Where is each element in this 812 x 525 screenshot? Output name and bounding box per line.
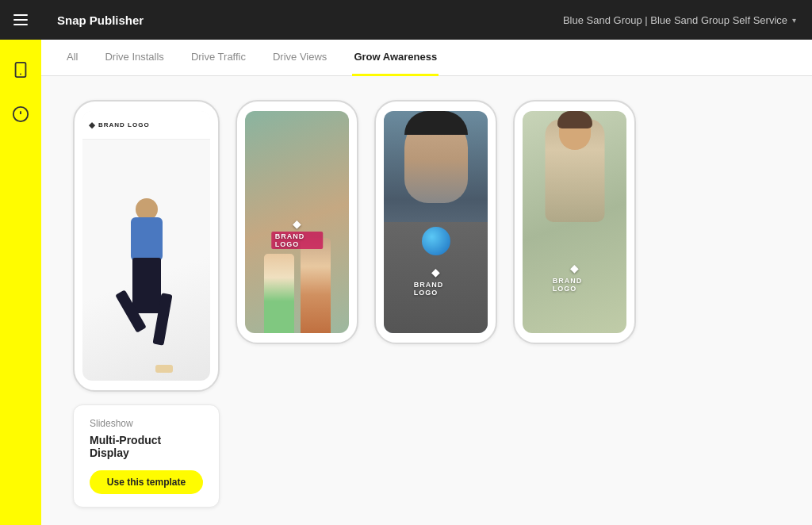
brand-label-3: BRAND LOGO bbox=[410, 280, 462, 297]
hamburger-icon[interactable] bbox=[13, 14, 28, 25]
template-gallery: ◆ BRAND LOGO bbox=[73, 100, 780, 508]
screen-bg-4: ◆ BRAND LOGO bbox=[523, 111, 626, 333]
sidebar bbox=[0, 0, 41, 525]
tab-drive-views[interactable]: Drive Views bbox=[271, 40, 328, 76]
brand-topbar-1: ◆ BRAND LOGO bbox=[82, 111, 210, 140]
phone-nav-icon[interactable] bbox=[6, 56, 35, 84]
template-type: Slideshow bbox=[90, 418, 203, 429]
brand-label-4: BRAND LOGO bbox=[549, 276, 601, 293]
blue-ball-3 bbox=[422, 227, 450, 255]
phone-mockup-3[interactable]: ◆ BRAND LOGO bbox=[374, 100, 497, 344]
hair-3 bbox=[404, 111, 468, 135]
screen-bg-1: ◆ BRAND LOGO bbox=[82, 111, 210, 381]
figures-2 bbox=[264, 238, 331, 333]
help-nav-icon[interactable] bbox=[6, 100, 35, 128]
topbar: Snap Publisher Blue Sand Group | Blue Sa… bbox=[41, 0, 812, 40]
tab-drive-installs[interactable]: Drive Installs bbox=[103, 40, 165, 76]
account-label: Blue Sand Group | Blue Sand Group Self S… bbox=[563, 14, 787, 26]
nav-tabs: All Drive Installs Drive Traffic Drive V… bbox=[41, 40, 812, 76]
tab-all[interactable]: All bbox=[65, 40, 79, 76]
phone-screen-2: ◆ BRAND LOGO bbox=[245, 111, 349, 333]
tab-grow-awareness[interactable]: Grow Awareness bbox=[352, 40, 439, 76]
brand-text-1: BRAND LOGO bbox=[98, 121, 150, 128]
phone-mockup-1[interactable]: ◆ BRAND LOGO bbox=[73, 100, 220, 392]
use-template-button[interactable]: Use this template bbox=[90, 470, 203, 494]
main-content: Snap Publisher Blue Sand Group | Blue Sa… bbox=[41, 0, 812, 525]
account-selector[interactable]: Blue Sand Group | Blue Sand Group Self S… bbox=[563, 14, 796, 26]
diamond-icon-3: ◆ bbox=[431, 266, 440, 278]
figure-right bbox=[301, 238, 331, 333]
diamond-icon-4: ◆ bbox=[570, 262, 579, 274]
content-area: ◆ BRAND LOGO bbox=[41, 76, 812, 525]
figure-left bbox=[264, 254, 294, 333]
pants-shape bbox=[132, 258, 161, 313]
tab-drive-traffic[interactable]: Drive Traffic bbox=[190, 40, 247, 76]
sidebar-header bbox=[0, 0, 41, 40]
body-shape bbox=[131, 217, 163, 261]
info-card-slideshow: Slideshow Multi-Product Display Use this… bbox=[73, 404, 220, 508]
brand-overlay-2: ◆ BRAND LOGO bbox=[271, 217, 324, 249]
brand-overlay-4: ◆ BRAND LOGO bbox=[549, 262, 601, 293]
sidebar-icons bbox=[6, 40, 35, 128]
brand-overlay-3: ◆ BRAND LOGO bbox=[410, 266, 462, 297]
brand-label-2: BRAND LOGO bbox=[271, 232, 324, 249]
first-template-col: ◆ BRAND LOGO bbox=[73, 100, 220, 508]
chevron-down-icon: ▾ bbox=[792, 16, 796, 25]
shoe-shape bbox=[155, 365, 173, 373]
phone-screen-3: ◆ BRAND LOGO bbox=[384, 111, 488, 333]
person-art-1 bbox=[119, 198, 174, 373]
template-info-card: Slideshow Multi-Product Display Use this… bbox=[73, 404, 220, 508]
screen-bg-3: ◆ BRAND LOGO bbox=[384, 111, 488, 333]
hair-4 bbox=[557, 111, 592, 128]
diamond-icon-2: ◆ bbox=[293, 217, 301, 230]
template-name: Multi-Product Display bbox=[90, 434, 203, 459]
app-title: Snap Publisher bbox=[57, 13, 144, 27]
phone-mockup-2[interactable]: ◆ BRAND LOGO bbox=[236, 100, 358, 344]
screen-bg-2: ◆ BRAND LOGO bbox=[245, 111, 349, 333]
phone-screen-1: ◆ BRAND LOGO bbox=[82, 111, 210, 381]
phone-mockup-4[interactable]: ◆ BRAND LOGO bbox=[513, 100, 636, 344]
phone-screen-4: ◆ BRAND LOGO bbox=[523, 111, 626, 333]
diamond-icon-1: ◆ bbox=[89, 121, 95, 129]
